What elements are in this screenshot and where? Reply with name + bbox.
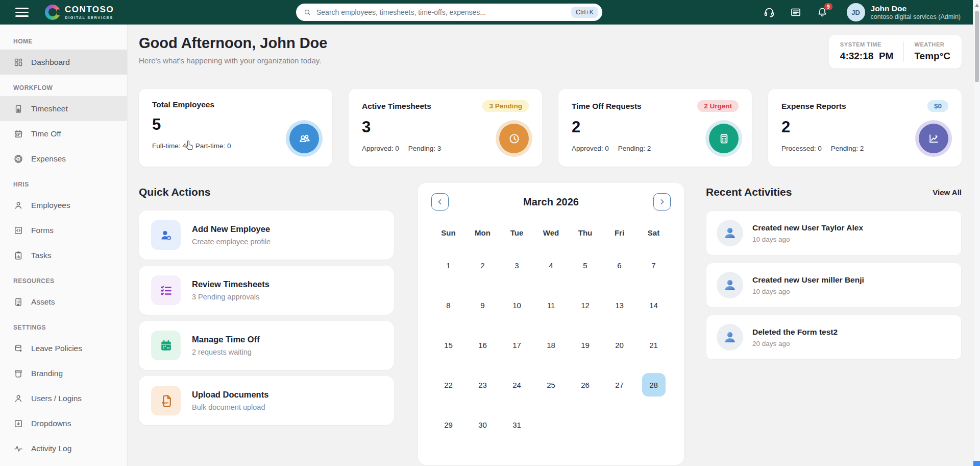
calendar-day-17[interactable]: 17 [500,325,534,365]
calendar-day-27[interactable]: 27 [602,365,636,405]
scrollbar-thumb[interactable] [975,11,979,82]
user-org: contoso digital services (Admin) [871,13,961,20]
stat-card[interactable]: Active Timesheets3 Pending3Approved: 0Pe… [349,89,542,167]
calendar-day-8[interactable]: 8 [431,285,465,325]
quick-action-review-timesheets[interactable]: Review Timesheets3 Pending approvals [139,266,394,315]
quick-action-title: Manage Time Off [192,335,260,344]
sidebar-item-expenses[interactable]: $Expenses [0,146,127,171]
calendar-day-number: 18 [540,333,563,357]
menu-icon[interactable] [15,8,29,17]
scrollbar[interactable] [973,0,980,466]
user-menu[interactable]: JD John Doe contoso digital services (Ad… [847,3,961,21]
chevron-left-icon [436,198,444,206]
calendar-day-29[interactable]: 29 [431,405,465,445]
stat-detail: Pending: 2 [618,145,651,152]
sidebar-item-forms[interactable]: Forms [0,218,127,243]
calendar-day-19[interactable]: 19 [568,325,602,365]
calendar-prev-button[interactable] [431,193,449,211]
calendar-day-number: 16 [471,333,495,357]
sidebar-item-dashboard[interactable]: Dashboard [0,50,127,75]
system-time-meridiem: PM [879,51,894,61]
activity-item[interactable]: Created new User Taylor Alex10 days ago [706,211,962,255]
calendar-day-20[interactable]: 20 [602,325,636,365]
activity-item[interactable]: Deleted the Form test220 days ago [706,315,962,360]
sidebar-section-label: WORKFLOW [0,75,127,96]
sidebar-item-timesheet[interactable]: Timesheet [0,96,127,121]
support-icon[interactable] [763,6,775,18]
stat-card-header: Time Off Requests2 Urgent [572,100,739,112]
calendar-day-12[interactable]: 12 [568,285,602,325]
calendar-day-15[interactable]: 15 [431,325,465,365]
global-search[interactable]: Ctrl+K [296,4,602,21]
sidebar-item-employees[interactable]: Employees [0,193,127,218]
quick-action-add-new-employee[interactable]: Add New EmployeeCreate employee profile [139,211,394,260]
activity-avatar-icon [717,220,743,246]
sidebar-item-branding[interactable]: Branding [0,361,127,386]
calendar-day-6[interactable]: 6 [602,245,636,285]
calendar-day-23[interactable]: 23 [465,365,500,405]
stat-title: Time Off Requests [572,102,642,111]
calendar-day-1[interactable]: 1 [431,245,465,285]
calendar-day-30[interactable]: 30 [465,405,500,445]
sidebar-item-time-off[interactable]: Time Off [0,121,127,146]
search-input[interactable] [316,8,571,16]
calendar-day-3[interactable]: 3 [500,245,534,285]
page-title: Good Afternoon, John Doe [139,35,327,52]
sidebar-item-assets[interactable]: Assets [0,289,127,314]
quick-action-subtitle: Bulk document upload [192,403,268,411]
calendar-day-31[interactable]: 31 [500,405,534,445]
calendar-day-22[interactable]: 22 [431,365,465,405]
scroll-up-arrow-icon[interactable] [975,4,979,7]
quick-action-upload-documents[interactable]: DOCUpload DocumentsBulk document upload [139,376,394,425]
sidebar-item-label: Assets [31,297,55,307]
stat-detail: Approved: 0 [572,145,609,152]
calendar-solid-icon [151,331,181,360]
calendar-day-14[interactable]: 14 [636,285,671,325]
calendar-day-18[interactable]: 18 [534,325,568,365]
stat-card[interactable]: Expense Reports$02Processed: 0Pending: 2 [768,89,962,167]
sidebar-item-users-logins[interactable]: Users / Logins [0,386,127,411]
calendar-day-21[interactable]: 21 [636,325,671,365]
calendar-day-name: Tue [500,228,534,237]
calendar: March 2026 SunMonTueWedThuFriSat 1234567… [418,183,684,465]
search-icon [303,8,312,17]
calendar-day-number: 23 [471,373,495,397]
sidebar-item-tasks[interactable]: Tasks [0,243,127,268]
calendar-day-2[interactable]: 2 [465,245,500,285]
news-icon[interactable] [790,6,802,18]
calendar-day-26[interactable]: 26 [568,365,602,405]
calendar-day-number: 31 [505,413,529,436]
calendar-day-number: 14 [642,293,666,317]
calendar-day-number: 1 [437,253,460,277]
page-subtitle: Here's what's happening with your organi… [139,56,327,65]
calendar-next-button[interactable] [653,193,671,211]
activity-avatar-icon [717,324,743,351]
scroll-down-button[interactable] [973,461,980,466]
calendar-day-11[interactable]: 11 [534,285,568,325]
quick-action-manage-time-off[interactable]: Manage Time Off2 requests waiting [139,321,394,370]
calendar-day-9[interactable]: 9 [465,285,500,325]
sidebar-section-label: SETTINGS [0,314,127,336]
calendar-day-16[interactable]: 16 [465,325,500,365]
view-all-link[interactable]: View All [933,188,962,197]
calendar-day-24[interactable]: 24 [500,365,534,405]
stat-card[interactable]: Time Off Requests2 Urgent2Approved: 0Pen… [558,89,752,167]
calendar-day-4[interactable]: 4 [534,245,568,285]
calendar-day-5[interactable]: 5 [568,245,602,285]
stat-card[interactable]: Total Employees5Full-time: 4Part-time: 0 [139,89,332,167]
calendar-day-13[interactable]: 13 [602,285,636,325]
sidebar-item-dropdowns[interactable]: Dropdowns [0,411,127,436]
sidebar-item-leave-policies[interactable]: Leave Policies [0,336,127,361]
activity-avatar-icon [717,272,743,298]
calendar-day-number: 26 [574,373,597,397]
quick-action-text: Add New EmployeeCreate employee profile [192,224,271,246]
calendar-day-10[interactable]: 10 [500,285,534,325]
calendar-day-25[interactable]: 25 [534,365,568,405]
activity-item[interactable]: Created new User miller Benji10 days ago [706,263,962,308]
activity-icon [13,444,23,454]
quick-actions-title: Quick Actions [139,186,210,198]
calendar-day-7[interactable]: 7 [636,245,671,285]
calendar-day-28[interactable]: 28 [636,365,671,405]
sidebar-item-activity-log[interactable]: Activity Log [0,436,127,461]
notifications-bell-icon[interactable]: 9 [816,6,828,18]
